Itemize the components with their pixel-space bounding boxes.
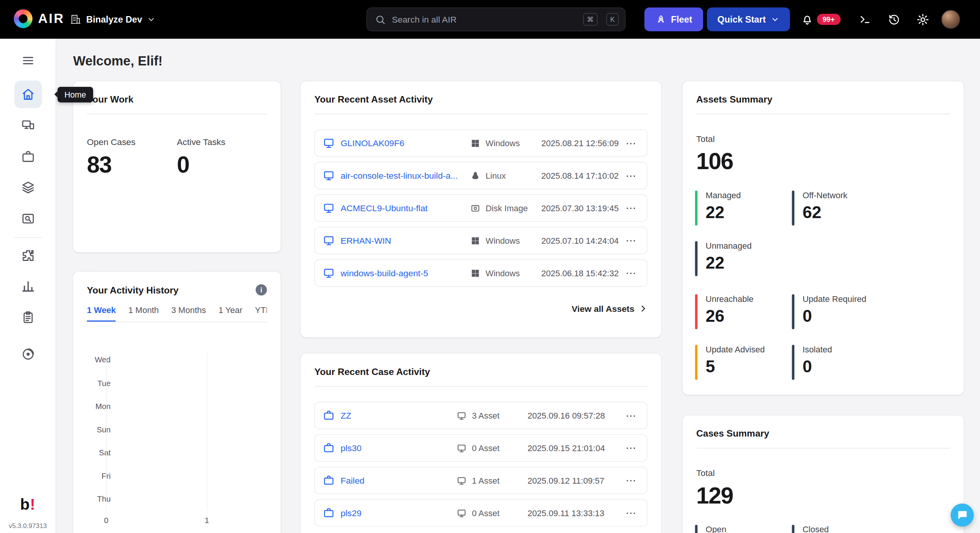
monitor-icon [457, 476, 466, 485]
asset-name-link[interactable]: GLINOLAK09F6 [341, 138, 404, 148]
row-actions-button[interactable]: ⋯ [624, 443, 639, 453]
fleet-button-label: Fleet [671, 15, 692, 24]
layers-icon [21, 181, 35, 194]
air-logo-icon [14, 9, 33, 28]
view-all-assets-link[interactable]: View all Assets [572, 301, 647, 316]
summary-item-closed: Closed [792, 525, 829, 533]
row-actions-button[interactable]: ⋯ [624, 410, 639, 421]
history-button[interactable] [886, 12, 901, 27]
gridline [106, 353, 107, 510]
binalyze-air-app: AIR Binalyze Dev Search in all AIR ⌘ K [0, 0, 980, 533]
asset-name-link[interactable]: windows-build-agent-5 [341, 268, 428, 278]
k-key-badge: K [606, 13, 619, 26]
activity-history-card: Your Activity History i 1 Week 1 Month 3… [73, 272, 281, 533]
asset-name-link[interactable]: ACMECL9-Ubuntu-flat [341, 203, 428, 213]
row-actions-button[interactable]: ⋯ [624, 475, 639, 486]
row-actions-button[interactable]: ⋯ [624, 235, 639, 246]
gridline [207, 353, 207, 510]
search-placeholder: Search in all AIR [392, 15, 575, 24]
tab-ytd[interactable]: YTD [255, 305, 267, 321]
organization-selector[interactable]: Binalyze Dev [70, 9, 156, 29]
row-actions-button[interactable]: ⋯ [624, 203, 639, 214]
sidebar-collapse-button[interactable] [15, 47, 42, 74]
case-name-link[interactable]: pls30 [341, 443, 362, 453]
sidebar-item-browser[interactable] [15, 341, 42, 368]
status-color-bar [792, 294, 795, 329]
row-actions-button[interactable]: ⋯ [624, 508, 639, 518]
notification-count-badge[interactable]: 99+ [816, 13, 842, 26]
tab-1-year[interactable]: 1 Year [219, 305, 243, 321]
brand-name: AIR [38, 11, 65, 26]
timestamp: 2025.09.16 09:57:28 [528, 411, 624, 420]
platform-label: Linux [486, 171, 506, 180]
monitor-icon [323, 267, 334, 279]
quick-start-label: Quick Start [717, 15, 766, 24]
sidebar-item-assets[interactable] [15, 112, 42, 139]
monitor-icon [457, 508, 466, 517]
platform-label: Windows [486, 139, 520, 148]
sidebar-item-reports[interactable] [15, 272, 42, 300]
topbar: AIR Binalyze Dev Search in all AIR ⌘ K [0, 0, 980, 39]
linux-icon [470, 171, 480, 180]
terminal-button[interactable] [858, 12, 872, 27]
case-briefcase-icon [323, 475, 334, 486]
asset-name-link[interactable]: ERHAN-WIN [341, 236, 391, 246]
support-chat-button[interactable] [951, 504, 973, 526]
card-title: Your Activity History [87, 285, 179, 295]
organization-name: Binalyze Dev [86, 15, 142, 24]
row-actions-button[interactable]: ⋯ [624, 138, 639, 148]
row-actions-button[interactable]: ⋯ [624, 268, 639, 279]
status-color-bar [695, 525, 698, 533]
summary-item-managed: Managed22 [695, 191, 741, 225]
case-row: Failed 1 Asset 2025.09.12 11:09:57 ⋯ [314, 467, 647, 494]
asset-row: ERHAN-WIN Windows 2025.07.10 14:24:04 ⋯ [314, 227, 647, 254]
fleet-button[interactable]: Fleet [644, 8, 703, 31]
tab-3-months[interactable]: 3 Months [171, 305, 206, 321]
puzzle-icon [21, 249, 35, 262]
case-name-link[interactable]: ZZ [341, 411, 351, 421]
info-icon[interactable]: i [256, 284, 267, 295]
home-icon [21, 88, 35, 101]
timestamp: 2025.09.15 21:01:04 [528, 443, 624, 452]
asset-row: windows-build-agent-5 Windows 2025.06.18… [314, 259, 647, 287]
status-color-bar [695, 294, 698, 329]
summary-item-unreachable: Unreachable26 [695, 294, 754, 329]
status-color-bar [792, 345, 795, 380]
global-search-input[interactable]: Search in all AIR ⌘ K [366, 8, 626, 31]
notifications-button[interactable] [799, 12, 814, 27]
air-logo[interactable]: AIR [14, 9, 65, 28]
summary-item-update-advised: Update Advised5 [695, 345, 765, 380]
open-cases-stat: Open Cases 83 [87, 137, 177, 178]
tab-1-week[interactable]: 1 Week [87, 305, 116, 321]
quick-start-button[interactable]: Quick Start [707, 8, 790, 31]
sidebar-item-audit[interactable] [15, 303, 42, 331]
settings-button[interactable] [915, 12, 930, 27]
summary-item-isolated: Isolated0 [792, 345, 832, 380]
row-actions-button[interactable]: ⋯ [624, 170, 639, 181]
briefcase-icon [21, 150, 35, 164]
chevron-down-icon [771, 15, 779, 24]
platform-label: Windows [486, 236, 520, 245]
search-icon [375, 14, 386, 25]
asset-name-link[interactable]: air-console-test-linux-build-a... [341, 171, 458, 181]
sidebar-item-cases[interactable] [15, 143, 42, 171]
gear-icon [916, 13, 929, 26]
case-name-link[interactable]: pls29 [341, 508, 362, 518]
user-avatar[interactable] [941, 10, 960, 29]
sidebar-item-evidence[interactable] [15, 205, 42, 233]
sidebar-item-integrations[interactable] [15, 242, 42, 269]
asset-row: ACMECL9-Ubuntu-flat Disk Image 2025.07.3… [314, 194, 647, 222]
sidebar-item-tasks[interactable] [15, 174, 42, 201]
your-work-card: Your Work Open Cases 83 Active Tasks 0 [73, 81, 281, 252]
case-name-link[interactable]: Failed [341, 475, 364, 485]
tab-1-month[interactable]: 1 Month [128, 305, 159, 321]
clipboard-icon [21, 310, 35, 324]
assets-total: Total 106 [696, 134, 733, 175]
summary-item-off-network: Off-Network62 [792, 191, 848, 225]
assets-summary-card: Assets Summary Total 106 Managed22 Off-N… [683, 81, 964, 395]
sidebar-item-home[interactable] [15, 81, 42, 108]
card-title: Your Recent Case Activity [314, 366, 430, 377]
activity-range-tabs: 1 Week 1 Month 3 Months 1 Year YTD [87, 295, 267, 322]
sidebar: b! v5.3.0.97313 [0, 39, 56, 533]
timestamp: 2025.08.14 17:10:02 [541, 171, 624, 180]
